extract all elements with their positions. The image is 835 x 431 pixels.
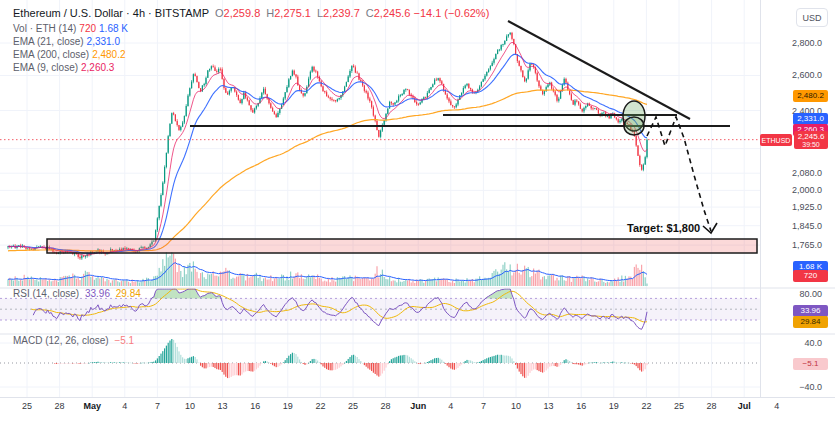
legend-label: EMA (9, close) [13,62,78,73]
time-axis-label: 10 [173,401,207,411]
last-price-badge: 2,245.639:50 [794,131,828,149]
time-axis-label: 19 [271,401,305,411]
time-axis-label: 4 [760,401,794,411]
legend-label: EMA (21, close) [13,36,84,47]
close-value: 2,245.6 [374,7,411,19]
price-axis-label: 2,000.0 [766,185,822,195]
time-axis-label: 28 [43,401,77,411]
chart-canvas[interactable] [0,0,835,412]
time-axis-border [0,397,835,398]
symbol-header[interactable]: Ethereum / U.S. Dollar · 4h · BITSTAMPO2… [13,7,489,19]
time-axis-label: 13 [532,401,566,411]
low-value: 2,239.7 [323,7,360,19]
time-axis-label: 25 [10,401,44,411]
legend-value: 2,260.3 [81,62,114,73]
indicator-value-badge: −5.1 [793,358,828,370]
time-axis-label: 16 [564,401,598,411]
open-label: O [215,7,224,19]
price-axis-label: 2,600.0 [766,70,822,80]
time-axis-label: May [75,401,109,411]
indicator-value-badge: 29.84 [793,316,828,328]
rsi-overbought-fill [152,289,512,298]
time-axis-label: 25 [336,401,370,411]
price-axis-border [760,0,761,397]
legend-label: Vol · ETH (14) [13,23,76,34]
macd-label: MACD (12, 26, close) [13,335,109,346]
change-value: −14.1 (−0.62%) [413,7,489,19]
price-axis-label: 1,765.0 [766,240,822,250]
time-axis-label: 7 [466,401,500,411]
last-price-value: 2,245.6 [794,132,828,141]
legend-row-0[interactable]: Vol · ETH (14)7201.68 K [13,23,131,34]
time-axis-label: 28 [695,401,729,411]
time-axis-label: 22 [303,401,337,411]
volume-series [7,252,647,286]
high-value: 2,275.1 [274,7,311,19]
time-axis-label: 25 [662,401,696,411]
time-axis-label: 28 [369,401,403,411]
indicator-axis-label: 40.0 [766,338,822,348]
macd-histogram [54,339,647,378]
time-axis-label: 22 [629,401,663,411]
legend-value: 1.68 K [99,23,128,34]
legend-value: 2,480.2 [92,49,125,60]
bar-countdown: 39:50 [794,141,828,148]
time-axis-label: 13 [206,401,240,411]
time-axis-label: 16 [238,401,272,411]
legend-label: EMA (200, close) [13,49,89,60]
macd-legend[interactable]: MACD (12, 26, close) −5.1 [13,335,137,346]
price-axis-label: 1,925.0 [766,202,822,212]
indicator-value-badge: 720 [793,270,828,282]
time-axis-label: 10 [499,401,533,411]
legend-value: 720 [79,23,96,34]
symbol-title: Ethereum / U.S. Dollar · 4h · BITSTAMP [13,7,209,19]
currency-toggle-button[interactable]: USD [796,8,828,27]
time-axis-label: 7 [140,401,174,411]
price-axis-label: 1,845.0 [766,221,822,231]
macd-value: −5.1 [114,335,134,346]
time-axis-label: 19 [597,401,631,411]
rsi-label: RSI (14, close) [13,288,79,299]
time-axis-label: 4 [434,401,468,411]
indicator-value-badge: 2,480.2 [793,90,828,102]
chart-window: Ethereum / U.S. Dollar · 4h · BITSTAMPO2… [0,0,835,431]
drawing-annotations [47,21,757,253]
close-label: C [366,7,374,19]
rsi-value: 33.96 [85,288,110,299]
time-axis-label: Jun [401,401,435,411]
rsi-legend[interactable]: RSI (14, close) 33.96 29.84 [13,288,144,299]
legend-row-1[interactable]: EMA (21, close)2,331.0 [13,36,123,47]
rsi-ma-value: 29.84 [116,288,141,299]
legend-row-3[interactable]: EMA (9, close)2,260.3 [13,62,117,73]
time-axis-label: 4 [108,401,142,411]
time-axis-label: Jul [727,401,761,411]
price-axis-label: 2,800.0 [766,38,822,48]
target-annotation-label: Target: $1,800 [627,222,700,234]
open-value: 2,259.8 [224,7,261,19]
symbol-price-label: ETHUSD [760,134,792,146]
indicator-axis-label: 80.00 [766,289,822,299]
legend-row-2[interactable]: EMA (200, close)2,480.2 [13,49,129,60]
legend-value: 2,331.0 [87,36,120,47]
indicator-axis-label: −40.0 [766,382,822,392]
price-axis-label: 2,080.0 [766,168,822,178]
